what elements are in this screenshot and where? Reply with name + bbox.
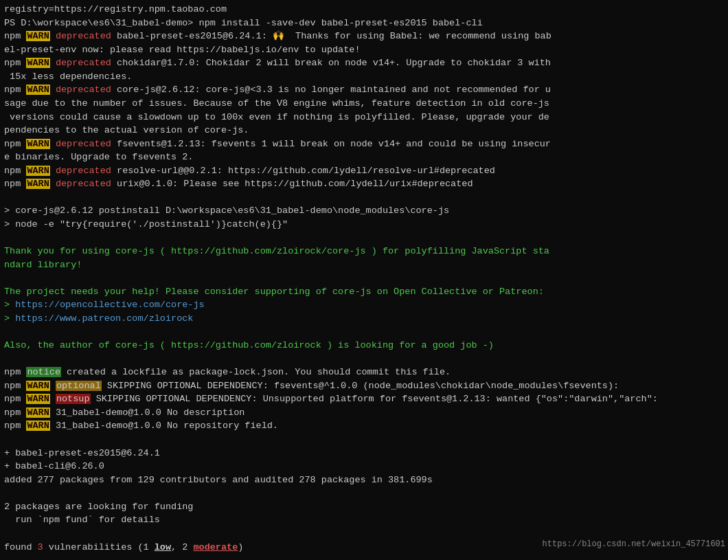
line-added-summary: added 277 packages from 129 contributors… — [4, 473, 724, 487]
line-empty-6 — [4, 433, 724, 447]
line-funding: 2 packages are looking for funding — [4, 500, 724, 514]
line-warn-1: npm WARN deprecated babel-preset-es2015@… — [4, 30, 724, 43]
line-opencollective: > https://opencollective.com/core-js — [4, 298, 724, 312]
watermark: https://blog.csdn.net/weixin_45771601 — [543, 539, 725, 550]
line-registry: registry=https://registry.npm.taobao.com — [4, 3, 724, 16]
line-empty-7 — [4, 486, 724, 500]
line-empty-3 — [4, 271, 724, 285]
line-warn-notsup: npm WARN notsup SKIPPING OPTIONAL DEPEND… — [4, 392, 724, 406]
line-corejs-post: > core-js@2.6.12 postinstall D:\workspac… — [4, 204, 724, 218]
line-project: The project needs your help! Please cons… — [4, 285, 724, 299]
line-warn-5: npm WARN deprecated resolve-url@@0.2.1: … — [4, 164, 724, 178]
line-warn-nodesc: npm WARN 31_babel-demo@1.0.0 No descript… — [4, 406, 724, 420]
line-warn-3d: pendencies to the actual version of core… — [4, 124, 724, 137]
line-thankyou: Thank you for using core-js ( https://gi… — [4, 245, 724, 258]
line-warn-3: npm WARN deprecated core-js@2.6.12: core… — [4, 83, 724, 97]
line-warn-6: npm WARN deprecated urix@0.1.0: Please s… — [4, 177, 724, 191]
line-warn-3c: versions could cause a slowdown up to 10… — [4, 111, 724, 124]
line-thankyou-b: ndard library! — [4, 258, 724, 272]
line-install-cmd: PS D:\workspace\es6\31_babel-demo> npm i… — [4, 16, 724, 30]
line-warn-4: npm WARN deprecated fsevents@1.2.13: fse… — [4, 137, 724, 151]
line-empty-4 — [4, 326, 724, 339]
line-warn-3b: sage due to the number of issues. Becaus… — [4, 97, 724, 111]
line-empty-5 — [4, 352, 724, 366]
line-funding-b: run `npm fund` for details — [4, 513, 724, 527]
line-warn-optional: npm WARN optional SKIPPING OPTIONAL DEPE… — [4, 379, 724, 393]
line-author: Also, the author of core-js ( https://gi… — [4, 339, 724, 352]
line-warn-2b: 15x less dependencies. — [4, 70, 724, 84]
line-warn-2: npm WARN deprecated chokidar@1.7.0: Chok… — [4, 56, 724, 70]
line-added-2: + babel-cli@6.26.0 — [4, 460, 724, 473]
line-patreon: > https://www.patreon.com/zloirock — [4, 312, 724, 326]
line-empty-2 — [4, 232, 724, 245]
line-added-1: + babel-preset-es2015@6.24.1 — [4, 447, 724, 460]
line-node-cmd: > node -e "try{require('./postinstall')}… — [4, 218, 724, 232]
line-warn-4b: e binaries. Upgrade to fsevents 2. — [4, 150, 724, 164]
line-notice: npm notice created a lockfile as package… — [4, 366, 724, 379]
line-warn-norepo: npm WARN 31_babel-demo@1.0.0 No reposito… — [4, 419, 724, 433]
line-empty-1 — [4, 191, 724, 205]
line-warn-1b: el-preset-env now: please read https://b… — [4, 43, 724, 57]
terminal: registry=https://registry.npm.taobao.com… — [0, 0, 728, 560]
